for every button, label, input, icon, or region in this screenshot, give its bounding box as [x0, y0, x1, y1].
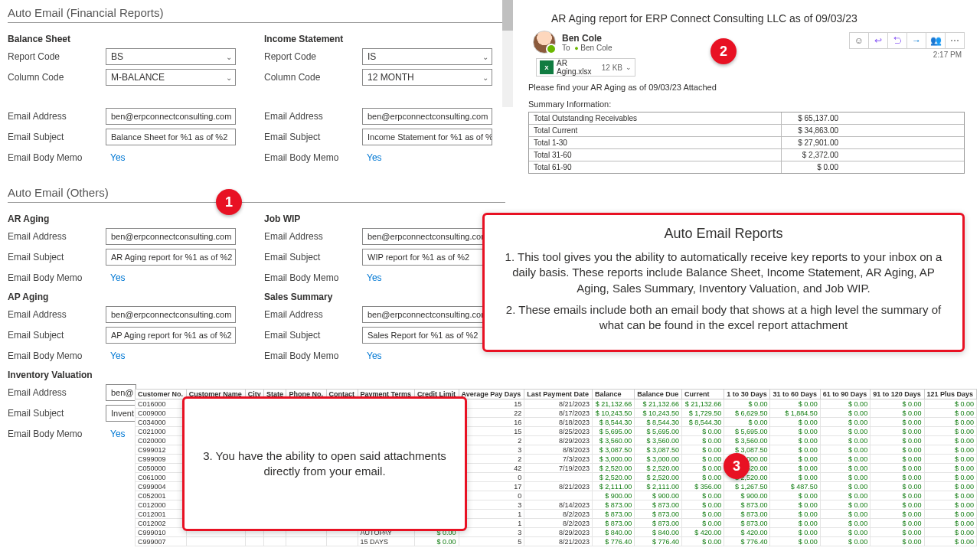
section-others-title: Auto Email (Others) — [8, 183, 505, 203]
col-header[interactable]: Current — [681, 390, 724, 399]
link-ap-memo[interactable]: Yes — [106, 350, 236, 361]
job-heading: Job WIP — [264, 214, 505, 224]
income-statement-heading: Income Statement — [264, 34, 505, 44]
link-ar-memo[interactable]: Yes — [106, 272, 236, 283]
table-row[interactable]: C99900715 DAYS$ 0.0058/21/2023$ 776.40$ … — [136, 537, 977, 546]
chevron-down-icon[interactable]: ⌄ — [626, 64, 632, 71]
summary-value: $ 0.00 — [782, 161, 843, 173]
callout-p1: 1. This tool gives you the ability to au… — [498, 249, 949, 296]
input-ar-subject[interactable]: AR Aging report for %1 as of %2 — [106, 249, 236, 266]
label-email-memo: Email Body Memo — [264, 350, 362, 361]
scrollbar[interactable] — [502, 0, 513, 107]
col-header[interactable]: 91 to 120 Days — [871, 390, 924, 399]
callout-main: Auto Email Reports 1. This tool gives yo… — [482, 213, 965, 352]
input-is-email[interactable]: ben@erpconnectconsulting.com — [362, 108, 492, 125]
col-header[interactable]: Balance Due — [635, 390, 682, 399]
attachment-size: 12 KB — [602, 64, 622, 72]
email-body-text: Please find your AR Aging as of 09/03/23… — [528, 83, 965, 92]
chevron-down-icon: ⌄ — [482, 73, 488, 82]
label-email-subj: Email Subject — [8, 330, 106, 341]
input-job-subject[interactable]: WIP report for %1 as of %2 — [362, 249, 492, 266]
label-email-addr: Email Address — [8, 111, 106, 122]
col-header[interactable]: Average Pay Days — [459, 390, 524, 399]
label-email-memo: Email Body Memo — [8, 350, 106, 361]
link-job-memo[interactable]: Yes — [362, 272, 492, 283]
select-is-column-code[interactable]: 12 MONTH⌄ — [362, 69, 492, 86]
sales-heading: Sales Summary — [264, 292, 505, 302]
label-email-addr: Email Address — [264, 309, 362, 320]
link-is-memo[interactable]: Yes — [362, 152, 492, 163]
callout-p2: 2. These emails include both an email bo… — [498, 302, 949, 334]
attachment-chip[interactable]: X AR Aging.xlsx 12 KB ⌄ — [536, 58, 635, 77]
label-email-memo: Email Body Memo — [8, 272, 106, 283]
label-email-memo: Email Body Memo — [264, 152, 362, 163]
badge-1: 1 — [216, 189, 242, 215]
email-from: Ben Cole — [562, 33, 612, 44]
excel-icon: X — [540, 60, 554, 74]
label-email-addr: Email Address — [264, 231, 362, 242]
balance-sheet-group: Balance Sheet Report Code BS⌄ Column Cod… — [8, 29, 249, 89]
col-header[interactable]: Last Payment Date — [524, 390, 593, 399]
summary-label: Total 1-30 — [529, 137, 782, 148]
callout-small-text: 3. You have the ability to open said att… — [198, 448, 451, 480]
input-sales-email[interactable]: ben@erpconnectconsulting.com — [362, 306, 492, 323]
email-to: To ● Ben Cole — [562, 44, 612, 52]
input-job-email[interactable]: ben@erpconnectconsulting.com — [362, 228, 492, 245]
input-is-subject[interactable]: Income Statement for %1 as of %2 — [362, 129, 492, 145]
chevron-down-icon: ⌄ — [226, 53, 232, 61]
callout-small: 3. You have the ability to open said att… — [182, 396, 467, 531]
summary-value: $ 2,372.00 — [782, 149, 843, 161]
summary-value: $ 34,863.00 — [782, 125, 843, 136]
col-header[interactable]: 61 to 90 Days — [820, 390, 870, 399]
summary-table: Total Outstanding Receivables$ 65,137.00… — [528, 112, 965, 174]
label-column-code: Column Code — [8, 72, 106, 83]
select-bs-column-code[interactable]: M-BALANCE⌄ — [106, 69, 236, 86]
label-report-code: Report Code — [8, 51, 106, 62]
label-email-subj: Email Subject — [8, 408, 106, 419]
label-report-code: Report Code — [264, 51, 362, 62]
attachment-name: AR Aging.xlsx — [557, 59, 599, 76]
ar-heading: AR Aging — [8, 214, 249, 224]
col-header[interactable]: 1 to 30 Days — [724, 390, 770, 399]
input-ar-email[interactable]: ben@erpconnectconsulting.com — [106, 228, 236, 245]
label-email-subj: Email Subject — [8, 252, 106, 262]
input-inv-subject[interactable]: Invent — [106, 405, 136, 422]
summary-label: Total 61-90 — [529, 161, 782, 173]
input-ap-subject[interactable]: AP Aging report for %1 as of %2 — [106, 327, 236, 344]
label-email-subj: Email Subject — [264, 330, 362, 341]
select-is-report-code[interactable]: IS⌄ — [362, 48, 492, 65]
summary-label: Total Current — [529, 125, 782, 136]
callout-title: Auto Email Reports — [498, 226, 949, 242]
input-inv-email[interactable]: ben@ — [106, 384, 136, 401]
section-financial-title: Auto Email (Financial Reports) — [8, 3, 505, 23]
col-header[interactable]: 121 Plus Days — [924, 390, 976, 399]
label-email-addr: Email Address — [264, 111, 362, 122]
label-column-code: Column Code — [264, 72, 362, 83]
label-email-memo: Email Body Memo — [264, 272, 362, 283]
label-email-memo: Email Body Memo — [8, 429, 106, 439]
summary-label: Total 31-60 — [529, 149, 782, 161]
badge-2: 2 — [710, 38, 737, 64]
input-bs-subject[interactable]: Balance Sheet for %1 as of %2 — [106, 129, 236, 145]
chevron-down-icon: ⌄ — [226, 73, 232, 82]
label-email-subj: Email Subject — [8, 132, 106, 142]
avatar — [533, 31, 556, 54]
label-email-memo: Email Body Memo — [8, 152, 106, 163]
select-bs-report-code[interactable]: BS⌄ — [106, 48, 236, 65]
col-header[interactable]: Customer No. — [136, 390, 187, 399]
label-email-addr: Email Address — [8, 231, 106, 242]
summary-heading: Summary Information: — [528, 99, 965, 109]
col-header[interactable]: 31 to 60 Days — [770, 390, 820, 399]
income-statement-group: Income Statement Report Code IS⌄ Column … — [264, 29, 505, 89]
input-bs-email[interactable]: ben@erpconnectconsulting.com — [106, 108, 236, 125]
input-sales-subject[interactable]: Sales Report for %1 as of %2 — [362, 327, 492, 344]
chevron-down-icon: ⌄ — [482, 53, 488, 61]
summary-value: $ 27,901.00 — [782, 137, 843, 148]
link-bs-memo[interactable]: Yes — [106, 152, 236, 163]
col-header[interactable]: Balance — [592, 390, 634, 399]
label-email-subj: Email Subject — [264, 132, 362, 142]
link-sales-memo[interactable]: Yes — [362, 350, 492, 361]
summary-label: Total Outstanding Receivables — [529, 112, 782, 124]
ap-heading: AP Aging — [8, 292, 249, 302]
input-ap-email[interactable]: ben@erpconnectconsulting.com — [106, 306, 236, 323]
